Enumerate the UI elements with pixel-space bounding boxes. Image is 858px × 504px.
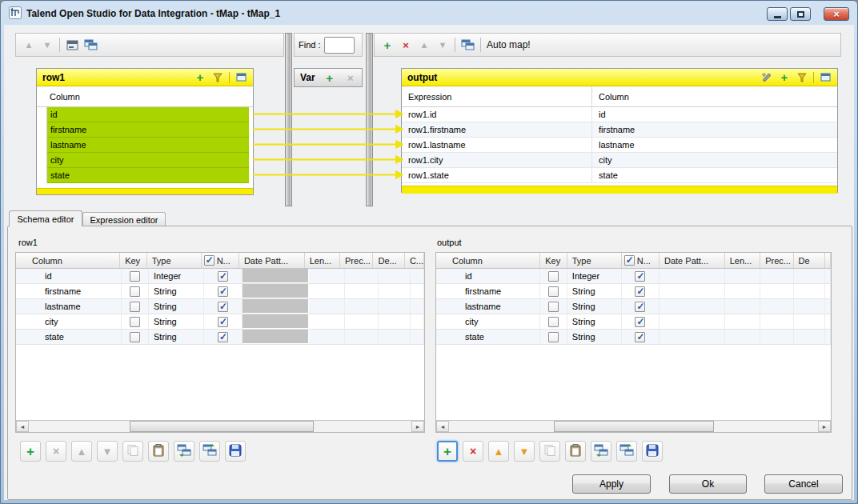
comment-cell[interactable] bbox=[411, 269, 424, 283]
input-row[interactable]: state bbox=[37, 168, 253, 183]
wrench-settings-icon[interactable] bbox=[760, 70, 773, 85]
nullable-cell[interactable] bbox=[622, 299, 660, 314]
date-pattern-header[interactable]: Date Patt... bbox=[239, 253, 305, 268]
precision-cell[interactable] bbox=[760, 314, 793, 329]
length-cell[interactable] bbox=[725, 269, 760, 283]
precision-cell[interactable] bbox=[760, 269, 793, 283]
column-cell[interactable]: state bbox=[16, 330, 122, 344]
key-cell[interactable] bbox=[540, 269, 567, 283]
column-cell[interactable]: lastname bbox=[436, 299, 540, 314]
length-cell[interactable] bbox=[725, 330, 760, 344]
nullable-checkbox[interactable] bbox=[635, 286, 645, 297]
type-cell[interactable]: String bbox=[567, 330, 622, 344]
nullable-cell[interactable] bbox=[204, 299, 243, 314]
type-cell[interactable]: String bbox=[567, 284, 622, 298]
move-down-button[interactable]: ▼ bbox=[97, 441, 118, 462]
nullable-cell[interactable] bbox=[204, 314, 243, 329]
input-row[interactable]: id bbox=[37, 107, 253, 122]
default-cell[interactable] bbox=[379, 284, 411, 298]
filter-icon[interactable] bbox=[796, 70, 808, 85]
type-cell[interactable]: String bbox=[567, 299, 622, 314]
nullable-checkbox[interactable] bbox=[635, 271, 645, 282]
output-expression-cell[interactable]: row1.state bbox=[402, 168, 592, 182]
scroll-left-button[interactable]: ◄ bbox=[436, 421, 449, 432]
key-cell[interactable] bbox=[540, 299, 567, 314]
automap-button[interactable]: Auto map! bbox=[487, 39, 531, 50]
type-cell[interactable]: Integer bbox=[149, 269, 204, 283]
input-table-header[interactable]: row1 + bbox=[37, 69, 253, 86]
output-row[interactable]: row1.lastname lastname bbox=[402, 138, 837, 153]
column-cell[interactable]: lastname bbox=[16, 299, 122, 314]
key-cell[interactable] bbox=[122, 284, 149, 298]
nullable-checkbox[interactable] bbox=[635, 302, 645, 312]
output-expression-cell[interactable]: row1.firstname bbox=[402, 122, 592, 137]
default-cell[interactable] bbox=[379, 314, 411, 329]
default-cell[interactable] bbox=[794, 269, 825, 283]
copy-button[interactable] bbox=[122, 441, 143, 462]
input-row[interactable]: lastname bbox=[37, 138, 253, 153]
minimize-button[interactable] bbox=[767, 7, 788, 21]
default-cell[interactable] bbox=[794, 284, 825, 298]
length-cell[interactable] bbox=[309, 299, 345, 314]
nullable-cell[interactable] bbox=[622, 330, 660, 344]
column-cell[interactable]: city bbox=[16, 314, 122, 329]
default-cell[interactable] bbox=[379, 330, 411, 344]
type-cell[interactable]: String bbox=[149, 330, 204, 344]
key-cell[interactable] bbox=[540, 284, 567, 298]
title-bar[interactable]: Talend Open Studio for Data Integration … bbox=[1, 1, 857, 25]
column-header[interactable]: Column bbox=[16, 253, 120, 268]
scrollbar-track[interactable] bbox=[449, 421, 818, 432]
move-up-icon[interactable]: ▲ bbox=[418, 38, 431, 52]
nullable-checkbox[interactable] bbox=[218, 286, 228, 297]
import-schema-button[interactable] bbox=[174, 441, 194, 462]
output-expression-cell[interactable]: row1.lastname bbox=[402, 138, 592, 152]
output-row[interactable]: row1.state state bbox=[402, 168, 837, 183]
key-cell[interactable] bbox=[122, 314, 149, 329]
default-cell[interactable] bbox=[379, 269, 411, 283]
comment-cell[interactable] bbox=[411, 314, 424, 329]
nullable-cell[interactable] bbox=[204, 284, 243, 298]
output-column-cell[interactable]: city bbox=[592, 153, 837, 167]
column-cell[interactable]: id bbox=[436, 269, 540, 283]
length-cell[interactable] bbox=[309, 314, 345, 329]
precision-cell[interactable] bbox=[345, 314, 379, 329]
precision-header[interactable]: Prec... bbox=[340, 253, 373, 268]
move-down-button[interactable]: ▼ bbox=[514, 441, 535, 462]
type-header[interactable]: Type bbox=[147, 253, 202, 268]
column-cell[interactable]: firstname bbox=[436, 284, 540, 298]
output-row[interactable]: row1.firstname firstname bbox=[402, 122, 837, 138]
schema-row[interactable]: firstname String bbox=[16, 284, 424, 299]
output-table-header[interactable]: output + bbox=[402, 69, 837, 86]
comment-cell[interactable] bbox=[825, 314, 831, 329]
key-header[interactable]: Key bbox=[540, 253, 567, 268]
horizontal-scrollbar[interactable]: ◄ ► bbox=[436, 420, 831, 432]
nullable-checkbox[interactable] bbox=[218, 271, 228, 282]
separate-window-icon[interactable] bbox=[84, 38, 98, 52]
output-row[interactable]: row1.city city bbox=[402, 153, 837, 168]
length-cell[interactable] bbox=[309, 330, 345, 344]
key-cell[interactable] bbox=[122, 330, 149, 344]
type-cell[interactable]: String bbox=[149, 299, 204, 314]
nullable-checkbox[interactable] bbox=[635, 332, 645, 342]
default-cell[interactable] bbox=[794, 314, 825, 329]
minimize-table-icon[interactable] bbox=[819, 70, 832, 85]
nullable-checkbox[interactable] bbox=[635, 317, 645, 327]
input-row[interactable]: firstname bbox=[37, 122, 253, 138]
comment-cell[interactable] bbox=[825, 330, 831, 344]
schema-row[interactable]: id Integer bbox=[16, 269, 424, 284]
add-filter-icon[interactable]: + bbox=[194, 70, 206, 85]
move-down-icon[interactable]: ▼ bbox=[41, 38, 54, 52]
separate-window-icon[interactable] bbox=[461, 38, 475, 52]
input-row-cell[interactable]: id bbox=[47, 107, 249, 122]
nullable-header[interactable]: N... bbox=[202, 253, 239, 268]
nullable-cell[interactable] bbox=[622, 314, 660, 329]
date-pattern-cell[interactable] bbox=[660, 299, 725, 314]
add-filter-icon[interactable]: + bbox=[778, 70, 791, 85]
horizontal-scrollbar[interactable]: ◄ ► bbox=[16, 420, 424, 432]
type-cell[interactable]: String bbox=[149, 314, 204, 329]
output-row[interactable]: row1.id id bbox=[402, 107, 837, 122]
tab-expression-editor[interactable]: Expression editor bbox=[82, 212, 166, 226]
precision-cell[interactable] bbox=[760, 284, 793, 298]
type-cell[interactable]: Integer bbox=[567, 269, 622, 283]
comment-header[interactable] bbox=[825, 253, 831, 268]
